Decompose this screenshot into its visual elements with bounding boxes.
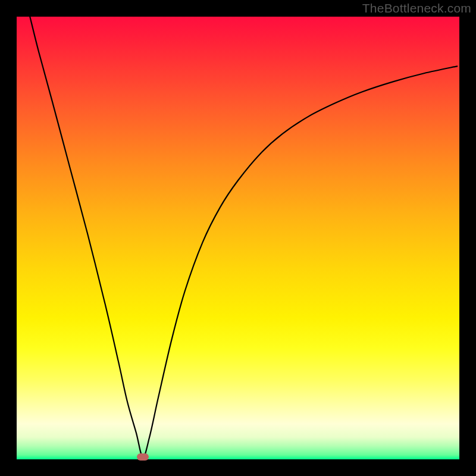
minimum-marker <box>137 453 149 461</box>
bottleneck-curve <box>30 17 457 457</box>
watermark-text: TheBottleneck.com <box>362 1 471 15</box>
curve-svg <box>17 17 459 459</box>
plot-area <box>17 17 459 459</box>
